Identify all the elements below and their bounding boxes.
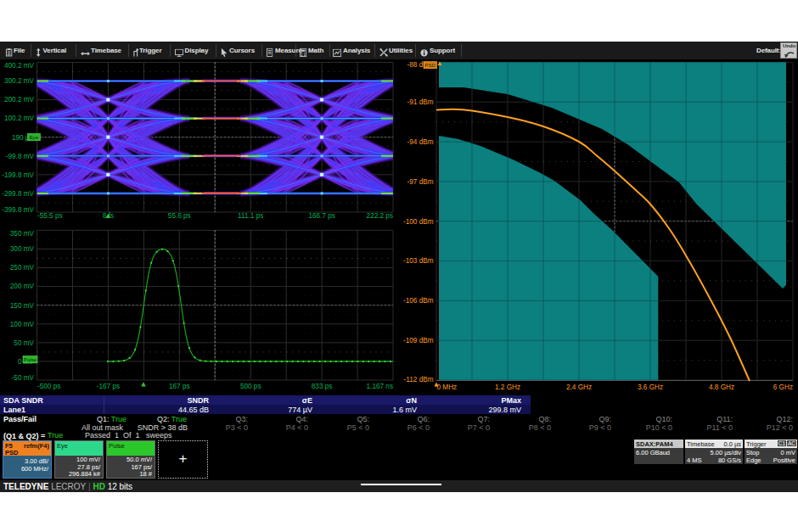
svg-text:6 GHz: 6 GHz xyxy=(773,384,793,391)
svg-text:-103 dBm: -103 dBm xyxy=(403,257,434,265)
svg-text:166.7 ps: 166.7 ps xyxy=(308,212,334,220)
svg-text:833 ps: 833 ps xyxy=(312,383,333,390)
svg-text:300 mV: 300 mV xyxy=(10,245,35,253)
svg-text:-99.8 mV: -99.8 mV xyxy=(6,153,35,160)
svg-text:350 mV: 350 mV xyxy=(10,230,35,238)
svg-text:100.2 mV: 100.2 mV xyxy=(4,115,35,122)
svg-text:-299.8 mV: -299.8 mV xyxy=(2,190,34,198)
svg-text:4.8 GHz: 4.8 GHz xyxy=(709,384,734,391)
svg-text:-500 ps: -500 ps xyxy=(37,383,60,390)
svg-text:-109 dBm: -109 dBm xyxy=(403,337,434,344)
svg-text:-100 dBm: -100 dBm xyxy=(403,218,434,226)
svg-text:-399.8 mV: -399.8 mV xyxy=(2,206,34,214)
svg-text:500 ps: 500 ps xyxy=(240,383,261,390)
svg-text:-91 dBm: -91 dBm xyxy=(407,98,434,106)
svg-text:167 ps: 167 ps xyxy=(169,383,190,390)
svg-text:Pulse: Pulse xyxy=(24,356,37,362)
svg-text:-106 dBm: -106 dBm xyxy=(403,297,434,305)
svg-text:2.4 GHz: 2.4 GHz xyxy=(566,384,592,391)
svg-text:Eye: Eye xyxy=(30,134,39,140)
svg-text:1.2 GHz: 1.2 GHz xyxy=(495,384,520,391)
svg-text:200 mV: 200 mV xyxy=(10,283,35,290)
svg-text:3.6 GHz: 3.6 GHz xyxy=(638,384,663,391)
svg-text:-50 mV: -50 mV xyxy=(12,374,35,382)
svg-text:111.1 ps: 111.1 ps xyxy=(238,212,263,220)
svg-text:0 MHz: 0 MHz xyxy=(437,384,458,391)
svg-text:-199.8 mV: -199.8 mV xyxy=(2,171,34,179)
svg-text:PSD: PSD xyxy=(424,62,436,68)
svg-text:250 mV: 250 mV xyxy=(10,264,35,272)
svg-text:-97 dBm: -97 dBm xyxy=(407,178,434,186)
svg-text:50 mV: 50 mV xyxy=(14,339,34,347)
svg-text:-112 dBm: -112 dBm xyxy=(404,376,434,384)
svg-text:100 mV: 100 mV xyxy=(10,321,35,328)
svg-text:222.2 ps: 222.2 ps xyxy=(367,212,393,220)
svg-text:300.2 mV: 300.2 mV xyxy=(4,77,35,85)
svg-text:-167 ps: -167 ps xyxy=(97,383,120,390)
svg-text:1.167 ns: 1.167 ns xyxy=(367,383,393,390)
svg-text:55.6 ps: 55.6 ps xyxy=(168,212,191,220)
svg-text:-94 dBm: -94 dBm xyxy=(407,138,434,146)
svg-text:200.2 mV: 200.2 mV xyxy=(4,96,35,104)
svg-text:150 mV: 150 mV xyxy=(10,302,35,310)
svg-text:400.2 mV: 400.2 mV xyxy=(4,62,35,70)
svg-text:-55.5 ps: -55.5 ps xyxy=(37,212,63,220)
